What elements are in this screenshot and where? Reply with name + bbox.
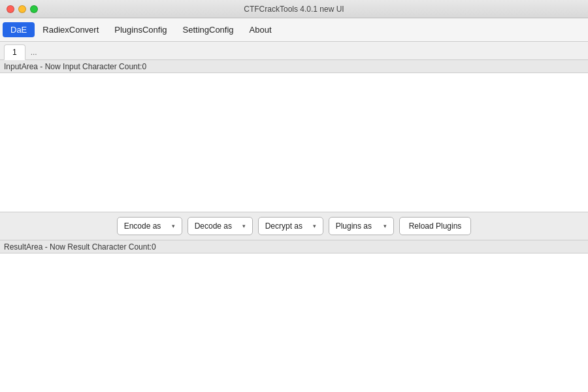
title-bar: CTFCrackTools 4.0.1 new UI bbox=[0, 0, 588, 18]
minimize-button[interactable] bbox=[18, 5, 26, 13]
result-section: ResultArea - Now Result Character Count:… bbox=[0, 240, 588, 392]
menu-item-setting-config[interactable]: SettingConfig bbox=[175, 22, 242, 37]
menu-item-plugins-config[interactable]: PluginsConfig bbox=[106, 22, 174, 37]
tab-more[interactable]: ... bbox=[25, 45, 42, 59]
decode-arrow: ▾ bbox=[242, 223, 246, 229]
decode-dropdown[interactable]: Decode as ▾ bbox=[188, 217, 253, 235]
menu-bar: DaE RadiexConvert PluginsConfig SettingC… bbox=[0, 18, 588, 42]
plugins-arrow: ▾ bbox=[384, 223, 387, 229]
decrypt-dropdown[interactable]: Decrypt as ▾ bbox=[258, 217, 323, 235]
main-content: InputArea - Now Input Character Count:0 … bbox=[0, 60, 588, 392]
menu-item-radiex-convert[interactable]: RadiexConvert bbox=[35, 22, 106, 37]
decrypt-arrow: ▾ bbox=[313, 223, 316, 229]
tab-bar: 1 ... bbox=[0, 42, 588, 60]
decrypt-label: Decrypt as bbox=[265, 221, 302, 231]
plugins-dropdown[interactable]: Plugins as ▾ bbox=[329, 217, 394, 235]
button-bar: Encode as ▾ Decode as ▾ Decrypt as ▾ Plu… bbox=[0, 212, 588, 240]
encode-arrow: ▾ bbox=[172, 223, 175, 229]
close-button[interactable] bbox=[7, 5, 14, 13]
window-title: CTFCrackTools 4.0.1 new UI bbox=[244, 5, 344, 14]
input-section: InputArea - Now Input Character Count:0 bbox=[0, 60, 588, 212]
menu-item-dae[interactable]: DaE bbox=[3, 22, 35, 37]
encode-label: Encode as bbox=[124, 221, 161, 231]
encode-dropdown[interactable]: Encode as ▾ bbox=[117, 217, 182, 235]
result-area-label: ResultArea - Now Result Character Count:… bbox=[0, 240, 588, 253]
decode-label: Decode as bbox=[195, 221, 232, 231]
reload-plugins-button[interactable]: Reload Plugins bbox=[399, 217, 472, 235]
result-textarea[interactable] bbox=[0, 253, 588, 392]
menu-item-about[interactable]: About bbox=[242, 22, 280, 37]
plugins-label: Plugins as bbox=[336, 221, 372, 231]
maximize-button[interactable] bbox=[30, 5, 38, 13]
input-area-label: InputArea - Now Input Character Count:0 bbox=[0, 60, 588, 73]
input-textarea[interactable] bbox=[0, 73, 588, 212]
tab-1[interactable]: 1 bbox=[4, 44, 25, 60]
traffic-lights bbox=[7, 5, 38, 13]
